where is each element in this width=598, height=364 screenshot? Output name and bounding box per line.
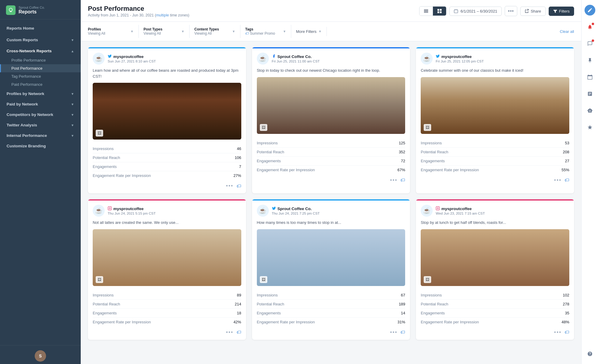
page-title: Post Performance [88, 5, 189, 13]
chevron-icon: ▼ [71, 92, 74, 96]
help-button[interactable] [585, 348, 595, 359]
sidebar-item-paid-by-network[interactable]: Paid by Network ▼ [0, 99, 81, 109]
more-actions-button[interactable]: ••• [554, 329, 562, 336]
tag-button[interactable]: 🏷 [237, 183, 241, 189]
sidebar-item-internal-performance[interactable]: Internal Performance ▼ [0, 130, 81, 141]
profile-avatar: ☕ [93, 205, 105, 217]
sidebar-item-tag-performance[interactable]: Tag Performance [0, 72, 81, 80]
more-actions-button[interactable]: ••• [390, 329, 397, 336]
timezone-link[interactable]: multiple [156, 13, 169, 17]
clear-all-button[interactable]: Clear all [560, 27, 574, 36]
stat-value: 67% [397, 168, 405, 172]
tags-filter[interactable]: Tags 🏷 Summer Promo ▼ [240, 25, 291, 38]
date-range-button[interactable]: 6/1/2021 – 6/30/2021 [449, 7, 502, 16]
sidebar-item-customize-branding[interactable]: Customize Branding [0, 141, 81, 151]
stat-label: Impressions [93, 146, 114, 151]
sidebar-item-reports-home[interactable]: Reports Home [0, 22, 81, 34]
messages-button[interactable] [585, 38, 595, 49]
more-actions-button[interactable]: ••• [226, 183, 234, 189]
post-text: How many times is too many times to stop… [252, 220, 410, 229]
stat-label: Engagement Rate per Impression [421, 168, 479, 172]
post-card: ☕ mysproutcoffee Sun Jun 27, 2021 8:10 a… [88, 47, 246, 193]
more-actions-button[interactable]: ••• [226, 329, 234, 336]
post-text: Not all lattes are created the same. We … [88, 220, 246, 229]
profile-name-row: Sprout Coffee Co. [272, 206, 320, 211]
more-actions-button[interactable]: ••• [390, 177, 397, 183]
stat-row: Impressions 67 [257, 291, 405, 300]
post-time: Thu Jun 24, 2021 7:25 pm CST [272, 212, 320, 215]
sidebar-item-cross-network[interactable]: Cross-Network Reports ▲ [0, 46, 81, 56]
chevron-icon: ▲ [71, 49, 74, 53]
stat-row: Potential Reach 352 [257, 148, 405, 157]
stat-value: 352 [399, 150, 405, 154]
stat-value: 14 [401, 311, 405, 315]
profile-avatar: ☕ [421, 205, 433, 217]
sidebar-item-profile-performance[interactable]: Profile Performance [0, 56, 81, 64]
star-button[interactable] [585, 122, 595, 133]
stat-label: Impressions [93, 293, 114, 297]
post-image: 🖼 [421, 77, 569, 134]
stat-label: Engagements [257, 311, 281, 315]
filters-button[interactable]: Filters [549, 7, 574, 16]
sidebar-navigation: Reports Home Custom Reports ▼ Cross-Netw… [0, 19, 81, 345]
profile-name: mysproutcoffee [441, 207, 472, 211]
sidebar-item-twitter-analysis[interactable]: Twitter Analysis ▼ [0, 120, 81, 130]
tag-button[interactable]: 🏷 [565, 178, 569, 183]
brand-area: Sprout Coffee Co. Reports [0, 0, 81, 19]
grid-view-button[interactable] [433, 7, 446, 16]
schedule-button[interactable] [585, 72, 595, 82]
analytics-button[interactable] [585, 88, 595, 99]
post-image: 🖼 [257, 77, 405, 134]
company-name: Sprout Coffee Co. [19, 6, 45, 9]
stat-value: 278 [563, 302, 569, 306]
stat-row: Engagements 72 [257, 157, 405, 166]
content-types-filter[interactable]: Content Types Viewing All ▼ [190, 25, 240, 38]
more-options-button[interactable]: ••• [505, 6, 517, 16]
post-image: 🖼 [93, 83, 241, 140]
sidebar-item-post-performance[interactable]: Post Performance [0, 64, 81, 72]
image-icon: 🖼 [260, 124, 267, 131]
stat-row: Engagement Rate per Impression 67% [257, 166, 405, 174]
notifications-button[interactable] [585, 22, 595, 32]
image-icon: 🖼 [96, 276, 103, 283]
pin-button[interactable] [585, 55, 595, 66]
sidebar-item-custom-reports[interactable]: Custom Reports ▼ [0, 34, 81, 46]
tag-button[interactable]: 🏷 [400, 330, 405, 335]
profiles-filter[interactable]: Profiles Viewing All ▼ [88, 25, 139, 38]
svg-rect-10 [108, 207, 112, 210]
tag-button[interactable]: 🏷 [237, 330, 241, 335]
chevron-down-icon: ▼ [130, 30, 134, 33]
date-range-label: 6/1/2021 – 6/30/2021 [460, 9, 497, 13]
profiles-filter-value: Viewing All [88, 31, 129, 36]
stat-row: Potential Reach 208 [421, 148, 569, 157]
post-types-filter[interactable]: Post Types Viewing All ▼ [139, 25, 190, 38]
list-view-button[interactable] [419, 7, 433, 16]
sidebar-item-competitors-by-network[interactable]: Competitors by Network ▼ [0, 109, 81, 120]
profile-info: Sprout Coffee Co. Thu Jun 24, 2021 7:25 … [272, 206, 320, 215]
svg-rect-6 [440, 11, 442, 13]
sidebar-item-profiles-by-network[interactable]: Profiles by Network ▼ [0, 88, 81, 99]
svg-rect-5 [437, 11, 439, 13]
profile-info: mysproutcoffee Thu Jun 24, 2021 5:15 pm … [108, 206, 155, 215]
post-card-header: ☕ Sprout Coffee Co. Fri Jun 25, 2021 11:… [252, 48, 410, 68]
brand-text: Sprout Coffee Co. Reports [19, 6, 45, 15]
tag-button[interactable]: 🏷 [400, 178, 405, 183]
chevron-down-icon: ▼ [181, 30, 184, 33]
profile-avatar: ☕ [257, 53, 269, 65]
post-card: ☕ Sprout Coffee Co. Thu Jun 24, 2021 7:2… [252, 199, 410, 340]
sidebar-item-paid-performance[interactable]: Paid Performance [0, 80, 81, 88]
compose-button[interactable] [585, 5, 595, 16]
post-actions: ••• 🏷 [252, 174, 410, 188]
user-avatar[interactable]: S [35, 350, 46, 362]
stat-value: 27 [565, 159, 569, 163]
stat-label: Impressions [421, 293, 442, 297]
more-actions-button[interactable]: ••• [554, 177, 562, 183]
post-stats: Impressions 67 Potential Reach 189 Engag… [252, 290, 410, 326]
stat-row: Potential Reach 278 [421, 300, 569, 309]
tag-button[interactable]: 🏷 [565, 330, 569, 335]
post-text: Stop in today to check out our newest Ch… [252, 68, 410, 77]
more-filters-button[interactable]: More Filters ▼ [291, 27, 327, 36]
share-button[interactable]: Share [520, 7, 546, 16]
svg-rect-3 [437, 9, 439, 11]
bot-button[interactable] [585, 105, 595, 116]
